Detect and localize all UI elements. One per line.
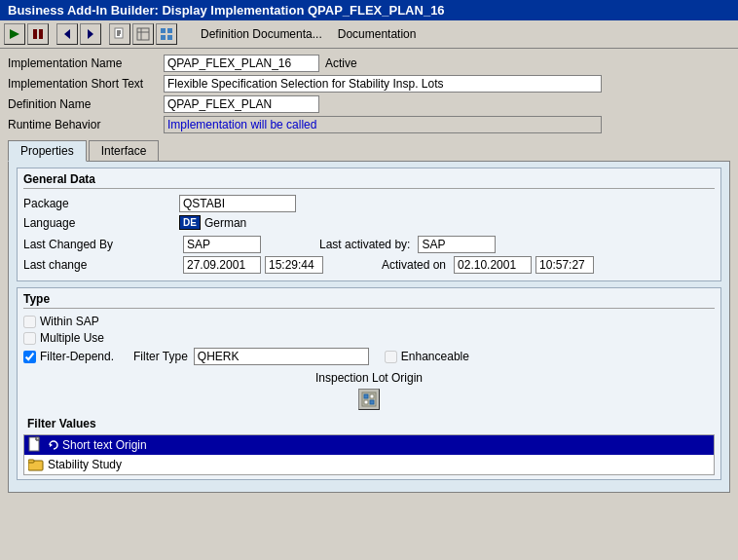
language-row: Language DE German (23, 215, 715, 230)
last-change-col: Last change (23, 256, 323, 274)
definition-name-row: Definition Name (8, 95, 730, 113)
impl-short-text-row: Implementation Short Text (8, 75, 730, 93)
multiple-use-row: Multiple Use (23, 331, 715, 345)
filter-item-short-text-label: Short text Origin (62, 438, 147, 452)
menu-bar: Definition Documenta... Documentation (201, 27, 416, 41)
svg-marker-23 (50, 443, 53, 447)
definition-name-label: Definition Name (8, 97, 164, 111)
menu-documentation[interactable]: Documentation (338, 27, 417, 41)
general-data-title: General Data (23, 172, 715, 189)
language-name: German (204, 216, 246, 230)
svg-rect-19 (364, 400, 368, 404)
filter-values-section: Inspection Lot Origin Filter Values (23, 371, 715, 475)
tab-bar: Properties Interface (8, 139, 730, 161)
language-code: DE (179, 215, 201, 230)
forward-btn[interactable] (80, 23, 101, 45)
definition-name-input[interactable] (164, 95, 319, 113)
svg-rect-1 (33, 29, 37, 39)
back-btn[interactable] (56, 23, 78, 45)
impl-name-label: Implementation Name (8, 56, 164, 70)
deactivate-btn[interactable] (27, 23, 49, 45)
tab-properties[interactable]: Properties (8, 140, 87, 162)
grid-btn[interactable] (156, 23, 177, 45)
package-input[interactable] (179, 195, 296, 212)
svg-rect-12 (161, 28, 166, 33)
last-activated-input[interactable] (418, 236, 496, 253)
multiple-use-checkbox[interactable] (23, 332, 36, 345)
toolbar: Definition Documenta... Documentation (0, 20, 738, 49)
svg-rect-25 (28, 460, 34, 463)
definition-doc-btn[interactable] (109, 23, 130, 45)
dates-row: Last change Activated on (23, 256, 715, 274)
activated-on-date-input[interactable] (454, 256, 532, 274)
within-sap-row: Within SAP (23, 315, 715, 328)
properties-panel: General Data Package Language DE German … (8, 161, 730, 493)
impl-short-text-label: Implementation Short Text (8, 77, 164, 91)
type-section: Type Within SAP Multiple Use Filter-Depe… (17, 287, 721, 480)
language-label: Language (23, 216, 179, 230)
enhanceable-label: Enhanceable (401, 350, 469, 363)
filter-values-icon-btn[interactable] (358, 389, 380, 410)
impl-short-text-input[interactable] (164, 75, 602, 93)
svg-rect-9 (137, 28, 149, 40)
impl-name-input[interactable] (164, 55, 319, 72)
svg-rect-13 (167, 28, 172, 33)
doc-icon-short-text (28, 437, 44, 453)
last-changed-by-input[interactable] (183, 236, 261, 253)
runtime-behavior-label: Runtime Behavior (8, 118, 164, 131)
last-changed-row: Last Changed By Last activated by: (23, 236, 715, 253)
filter-item-stability-study-label: Stability Study (48, 458, 122, 471)
svg-marker-3 (64, 29, 70, 39)
filter-type-input[interactable] (194, 348, 369, 365)
filter-depend-checkbox[interactable] (23, 351, 36, 363)
filter-inspection-lot-label: Inspection Lot Origin (23, 371, 715, 385)
last-change-label: Last change (23, 258, 179, 272)
last-change-time-input[interactable] (265, 256, 323, 274)
impl-status-badge: Active (325, 56, 357, 70)
title-text: Business Add-In Builder: Display Impleme… (8, 3, 445, 18)
table-btn[interactable] (132, 23, 154, 45)
filter-list: Short text Origin Stability Study (23, 434, 715, 475)
activated-on-time-input[interactable] (535, 256, 594, 274)
type-title: Type (23, 292, 715, 309)
filter-type-label: Filter Type (133, 350, 188, 363)
within-sap-label: Within SAP (40, 315, 99, 328)
title-bar: Business Add-In Builder: Display Impleme… (0, 0, 738, 20)
dates-section: Last Changed By Last activated by: Last … (23, 236, 715, 274)
svg-rect-15 (167, 35, 172, 40)
filter-item-stability-study[interactable]: Stability Study (24, 455, 714, 474)
svg-marker-0 (10, 29, 19, 39)
activate-btn[interactable] (4, 23, 25, 45)
last-changed-col: Last Changed By (23, 236, 261, 253)
last-activated-label: Last activated by: (319, 238, 410, 251)
svg-rect-18 (370, 394, 374, 398)
filter-values-label: Filter Values (27, 417, 715, 430)
filter-depend-row: Filter-Depend. Filter Type Enhanceable (23, 348, 715, 365)
activated-on-col: Activated on (382, 256, 594, 274)
runtime-behavior-row: Runtime Behavior (8, 116, 730, 133)
svg-rect-2 (39, 29, 43, 39)
impl-name-row: Implementation Name Active (8, 55, 730, 72)
filter-item-short-text[interactable]: Short text Origin (24, 435, 714, 455)
svg-rect-17 (364, 394, 368, 398)
folder-icon-stability (28, 457, 44, 472)
svg-marker-4 (88, 29, 93, 39)
package-row: Package (23, 195, 715, 212)
last-changed-by-label: Last Changed By (23, 238, 179, 251)
tab-interface[interactable]: Interface (89, 140, 160, 161)
svg-rect-20 (370, 400, 374, 404)
main-content: Implementation Name Active Implementatio… (0, 49, 738, 499)
within-sap-checkbox[interactable] (23, 316, 36, 328)
last-change-date-input[interactable] (183, 256, 261, 274)
general-data-section: General Data Package Language DE German … (17, 168, 721, 281)
activated-on-label: Activated on (382, 258, 446, 272)
last-activated-col: Last activated by: (319, 236, 496, 253)
enhanceable-checkbox[interactable] (385, 351, 397, 363)
multiple-use-label: Multiple Use (40, 331, 104, 345)
runtime-behavior-input (164, 116, 602, 133)
menu-definition-doc[interactable]: Definition Documenta... (201, 27, 322, 41)
svg-rect-14 (161, 35, 166, 40)
package-label: Package (23, 197, 179, 210)
filter-depend-label: Filter-Depend. (40, 350, 114, 363)
